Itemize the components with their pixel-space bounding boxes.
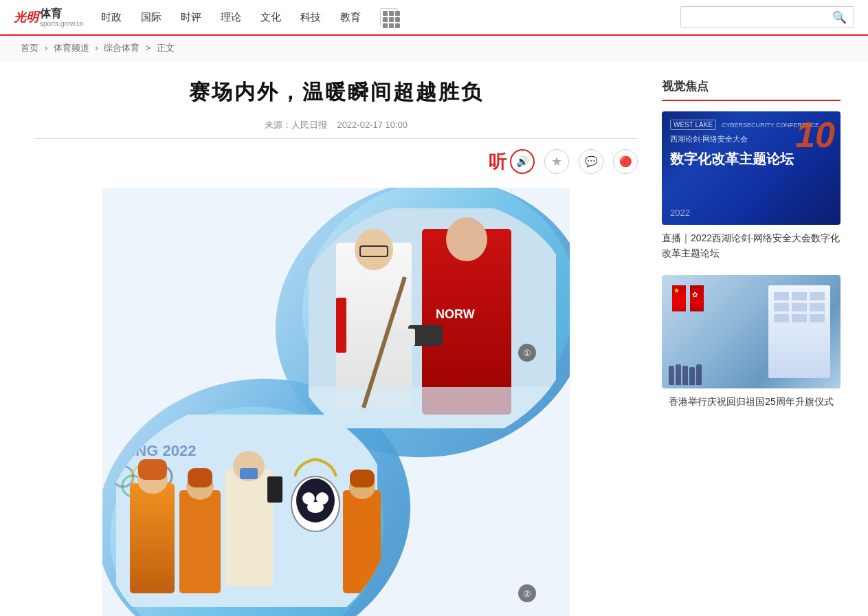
star-button[interactable]: ★	[544, 149, 569, 174]
breadcrumb-sep-1: ›	[45, 43, 47, 53]
nav-item-shiping[interactable]: 时评	[181, 11, 201, 24]
logo-sport-text: 体育	[40, 7, 84, 20]
svg-rect-26	[130, 483, 175, 593]
search-input[interactable]	[681, 12, 825, 23]
breadcrumb-sep-2: ›	[95, 43, 98, 53]
svg-text:②: ②	[523, 588, 531, 599]
nav-item-keji[interactable]: 科技	[300, 11, 321, 24]
breadcrumb-home[interactable]: 首页	[21, 43, 38, 53]
article-area: 赛场内外，温暖瞬间超越胜负 来源：人民日报 2022-02-17 10:00 听…	[34, 78, 638, 616]
svg-point-14	[446, 217, 487, 261]
article-title: 赛场内外，温暖瞬间超越胜负	[34, 78, 638, 107]
weibo-button[interactable]: 🔴	[613, 149, 638, 174]
svg-text:①: ①	[523, 348, 531, 358]
weibo-icon: 🔴	[619, 155, 632, 168]
bottom-photo-group: JING 2022	[113, 415, 381, 607]
listen-button[interactable]: 听 🔊	[489, 149, 535, 174]
svg-rect-29	[179, 490, 221, 593]
article-date: 2022-02-17 10:00	[337, 120, 408, 130]
svg-rect-34	[240, 468, 258, 479]
breadcrumb-general[interactable]: 综合体育	[104, 43, 140, 53]
svg-point-37	[296, 478, 335, 522]
breadcrumb: 首页 › 体育频道 › 综合体育 > 正文	[0, 36, 868, 61]
search-box[interactable]: 🔍	[680, 6, 854, 28]
sidebar-card-1[interactable]: WEST LAKE CYBERSECURITY CONFERENCE 西湖论剑·…	[662, 111, 841, 261]
svg-rect-43	[350, 470, 375, 487]
grid-menu-icon[interactable]	[380, 8, 398, 26]
meta-space	[330, 120, 335, 130]
hk-flags-area: ★ ✿	[672, 285, 704, 311]
sidebar: 视觉焦点 WEST LAKE CYBERSECURITY CONFERENCE …	[662, 78, 841, 616]
sidebar-section-title: 视觉焦点	[662, 78, 841, 101]
nav-item-lilun[interactable]: 理论	[221, 11, 241, 24]
star-icon: ★	[551, 154, 562, 169]
card-1-conference-logo: WEST LAKE	[670, 120, 716, 130]
search-button[interactable]: 🔍	[825, 10, 854, 25]
logo-area[interactable]: 光明 体育 sports.gmw.cn	[14, 7, 84, 28]
nav-item-jiaoyu[interactable]: 教育	[340, 11, 361, 24]
card-1-text: 直播｜2022西湖论剑·网络安全大会数字化改革主题论坛	[662, 230, 841, 261]
svg-text:NORW: NORW	[436, 307, 475, 321]
logo-text-area: 体育 sports.gmw.cn	[40, 7, 84, 28]
hk-flag: ✿	[690, 285, 704, 311]
hk-government-building	[768, 285, 830, 378]
card-1-image: WEST LAKE CYBERSECURITY CONFERENCE 西湖论剑·…	[662, 111, 841, 225]
top-photo-group: NORW	[309, 208, 556, 428]
svg-rect-11	[336, 298, 346, 353]
nav-item-shiz[interactable]: 时政	[101, 11, 122, 24]
main-nav: 时政 国际 时评 理论 文化 科技 教育	[101, 8, 680, 26]
logo-icon: 光明	[14, 9, 38, 25]
composite-illustration: NORW JING 2022	[102, 188, 570, 616]
card-1-edition: 10	[795, 117, 835, 153]
sidebar-card-2[interactable]: ★ ✿ 香港举行庆祝回归祖国25周年升旗仪式	[662, 275, 841, 409]
ceremony-people	[669, 364, 702, 385]
site-header: 光明 体育 sports.gmw.cn 时政 国际 时评 理论 文化 科技 教育…	[0, 0, 868, 36]
breadcrumb-sport[interactable]: 体育频道	[54, 43, 89, 53]
svg-point-40	[307, 502, 324, 513]
svg-rect-31	[188, 468, 212, 487]
card-2-image: ★ ✿	[662, 275, 841, 388]
logo-subtitle: sports.gmw.cn	[40, 20, 84, 28]
svg-rect-35	[267, 476, 282, 503]
main-container: 赛场内外，温暖瞬间超越胜负 来源：人民日报 2022-02-17 10:00 听…	[0, 61, 868, 616]
listen-text: 听	[489, 150, 507, 174]
wechat-button[interactable]: 💬	[579, 149, 603, 174]
listen-audio-icon[interactable]: 🔊	[510, 149, 535, 174]
article-image-container: NORW JING 2022	[102, 188, 570, 616]
audio-wave-icon: 🔊	[516, 155, 529, 168]
svg-rect-28	[138, 459, 167, 480]
action-bar: 听 🔊 ★ 💬 🔴	[34, 149, 638, 174]
breadcrumb-current: 正文	[157, 43, 175, 53]
source-label: 来源：人民日报	[265, 120, 327, 130]
card-2-text: 香港举行庆祝回归祖国25周年升旗仪式	[662, 394, 841, 409]
china-flag: ★	[672, 285, 686, 311]
article-divider	[34, 138, 638, 139]
nav-item-guoji[interactable]: 国际	[141, 11, 162, 24]
card-1-year: 2022	[670, 208, 690, 218]
svg-rect-32	[225, 470, 273, 586]
article-meta: 来源：人民日报 2022-02-17 10:00	[34, 119, 638, 131]
wechat-icon: 💬	[585, 155, 598, 168]
nav-item-wenhua[interactable]: 文化	[260, 11, 281, 24]
breadcrumb-sep-3: >	[146, 43, 151, 53]
